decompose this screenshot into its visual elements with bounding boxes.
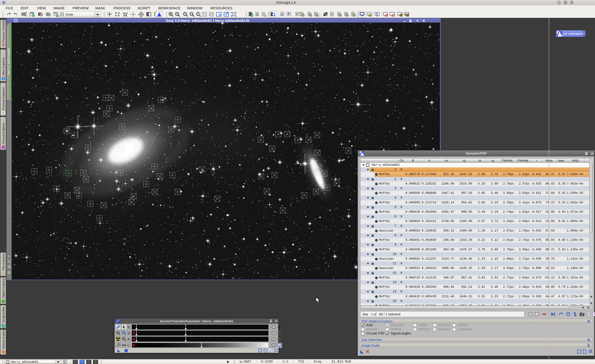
svg-text:24: 24 <box>369 14 371 16</box>
svg-text:Σ: Σ <box>587 313 589 316</box>
